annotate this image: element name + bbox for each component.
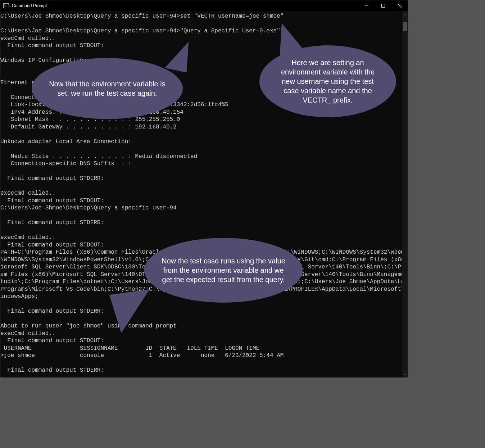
titlebar[interactable]: C:\. Command Prompt — [0, 0, 408, 11]
scroll-down-button[interactable]: ▼ — [402, 371, 408, 377]
command-prompt-window: C:\. Command Prompt C:\Users\Joe Shmoe\D… — [0, 0, 408, 378]
svg-rect-1 — [382, 4, 385, 8]
close-button[interactable] — [391, 0, 408, 11]
annotation-bubble-1: Here we are setting an environment varia… — [259, 45, 396, 117]
annotation-text: Now the test case runs using the value f… — [159, 256, 288, 284]
maximize-button[interactable] — [375, 0, 391, 11]
scrollbar[interactable]: ▲ ▼ — [402, 11, 408, 377]
annotation-tail — [109, 289, 155, 334]
annotation-text: Here we are setting an environment varia… — [274, 58, 382, 105]
annotation-bubble-3: Now the test case runs using the value f… — [144, 238, 303, 303]
minimize-button[interactable] — [358, 0, 375, 11]
cmd-icon: C:\. — [3, 3, 9, 8]
scroll-thumb[interactable] — [403, 22, 407, 31]
annotation-text: Now that the environment variable is set… — [46, 79, 168, 98]
scroll-up-button[interactable]: ▲ — [402, 11, 408, 18]
annotation-bubble-2: Now that the environment variable is set… — [32, 58, 183, 119]
window-title: Command Prompt — [12, 3, 47, 8]
